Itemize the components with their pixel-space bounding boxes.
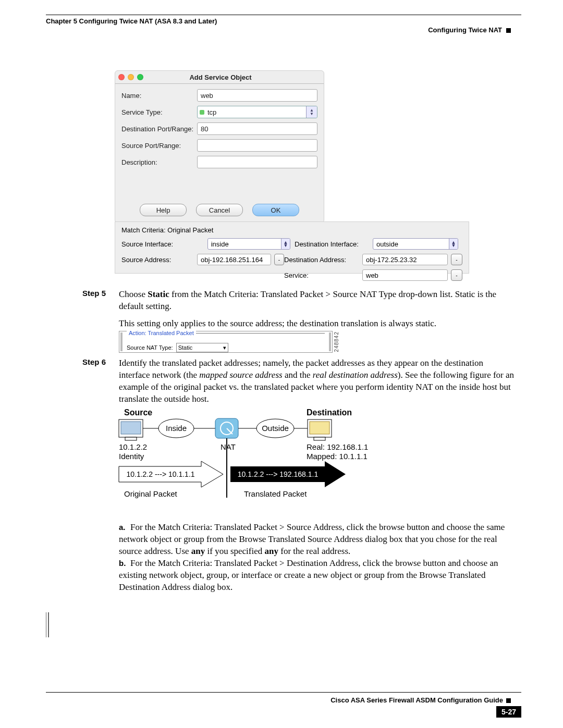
step5-p2: This setting only applies to the source … [119, 318, 516, 330]
step5-p1: Choose Static from the Match Criteria: T… [119, 289, 516, 313]
dst-if-select[interactable]: outside▲▼ [373, 238, 458, 250]
minimize-icon[interactable] [128, 74, 134, 80]
header-section: Configuring Twice NAT [428, 26, 511, 34]
header-square-icon [506, 28, 511, 33]
sub-a-letter: a. [119, 522, 130, 533]
dest-port-label: Destination Port/Range: [121, 125, 197, 133]
header-section-text: Configuring Twice NAT [428, 26, 502, 34]
ok-button[interactable]: OK [252, 204, 299, 216]
page: Chapter 5 Configuring Twice NAT (ASA 8.3… [0, 0, 563, 728]
trans-flow: 10.1.2.2 ---> 192.168.1.1 [238, 470, 319, 478]
dialog-titlebar: Add Service Object [115, 71, 324, 84]
zoom-icon[interactable] [137, 74, 143, 80]
src-if-label: Source Interface: [121, 240, 207, 248]
outside-cloud: Outside [262, 424, 289, 433]
src-if-select[interactable]: inside▲▼ [207, 238, 290, 250]
left-rule-icon [46, 612, 46, 637]
nat-diagram: Source Destination Inside Outside [119, 409, 463, 503]
step6-p1: Identify the translated packet addresses… [119, 357, 516, 405]
browse-src-addr-button[interactable]: - [274, 254, 284, 265]
mini-legend: Action: Translated Packet [127, 330, 196, 336]
orig-label: Original Packet [124, 489, 178, 498]
dst-addr-label: Destination Address: [284, 256, 362, 264]
orig-flow: 10.1.2.2 ---> 10.1.1.1 [126, 470, 194, 478]
tcp-chip-icon [200, 110, 204, 115]
src-ip: 10.1.2.2 [119, 442, 147, 451]
chevron-updown-icon: ▲▼ [306, 106, 317, 118]
source-port-input[interactable] [197, 139, 317, 152]
dst-mapped: Mapped: 10.1.1.1 [307, 452, 368, 461]
mini-row-label: Source NAT Type: [127, 344, 173, 351]
destination-heading: Destination [307, 408, 352, 417]
svg-rect-14 [314, 437, 325, 440]
header-rule [46, 15, 521, 15]
chevron-down-icon: ▾ [223, 344, 226, 351]
svg-rect-2 [125, 437, 137, 440]
cancel-button[interactable]: Cancel [196, 204, 243, 216]
browse-dst-addr-button[interactable]: - [451, 254, 462, 265]
sub-a: a.For the Match Criteria: Translated Pac… [119, 522, 516, 563]
chevron-updown-icon: ▲▼ [449, 239, 458, 249]
description-input[interactable] [197, 156, 317, 168]
add-service-object-dialog: Add Service Object Name: web Service Typ… [115, 70, 324, 223]
source-port-label: Source Port/Range: [121, 142, 197, 150]
source-nat-type-select[interactable]: Static▾ [176, 343, 228, 352]
dest-port-input[interactable]: 80 [197, 122, 317, 135]
sub-b-letter: b. [119, 558, 130, 569]
svg-rect-1 [121, 422, 141, 434]
header-chapter: Chapter 5 Configuring Twice NAT (ASA 8.3… [46, 17, 217, 25]
chevron-updown-icon: ▲▼ [281, 239, 290, 249]
step5-num: Step 5 [82, 289, 106, 298]
src-addr-input[interactable]: obj-192.168.251.164 [197, 254, 271, 265]
translated-packet-mini: Action: Translated Packet Source NAT Typ… [119, 331, 333, 353]
dst-real: Real: 192.168.1.1 [307, 442, 368, 451]
help-button[interactable]: Help [140, 204, 187, 216]
sub-b: b.For the Match Criteria: Translated Pac… [119, 558, 516, 599]
name-input[interactable]: web [197, 89, 317, 102]
match-criteria-panel: Match Criteria: Original Packet Source I… [115, 221, 469, 274]
src-note: Identity [119, 452, 144, 461]
match-title: Match Criteria: Original Packet [121, 226, 462, 234]
service-type-select[interactable]: tcp ▲▼ [197, 106, 317, 118]
service-input[interactable]: web [362, 269, 448, 281]
step6: Step 6 Identify the translated packet ad… [82, 357, 516, 411]
close-icon[interactable] [118, 74, 125, 80]
inside-cloud: Inside [166, 424, 187, 433]
footer-rule [46, 692, 521, 693]
browse-service-button[interactable]: - [451, 269, 462, 281]
page-number: 5-27 [496, 706, 521, 718]
figure-id: 248842 [334, 331, 339, 352]
svg-rect-13 [310, 422, 329, 434]
step6-num: Step 6 [82, 357, 106, 366]
dialog-title: Add Service Object [143, 73, 324, 81]
service-label: Service: [284, 272, 362, 279]
name-label: Name: [121, 92, 197, 100]
left-rule-icon2 [48, 612, 49, 637]
dst-if-label: Destination Interface: [295, 240, 373, 248]
description-label: Description: [121, 158, 197, 166]
nat-label: NAT [221, 442, 236, 451]
trans-label: Translated Packet [244, 489, 307, 498]
step5: Step 5 Choose Static from the Match Crit… [82, 289, 516, 335]
source-heading: Source [124, 408, 152, 417]
footer-square-icon [506, 698, 511, 703]
footer-title: Cisco ASA Series Firewall ASDM Configura… [331, 696, 511, 704]
service-type-label: Service Type: [121, 108, 197, 116]
src-addr-label: Source Address: [121, 256, 197, 264]
dst-addr-input[interactable]: obj-172.25.23.32 [362, 254, 448, 265]
